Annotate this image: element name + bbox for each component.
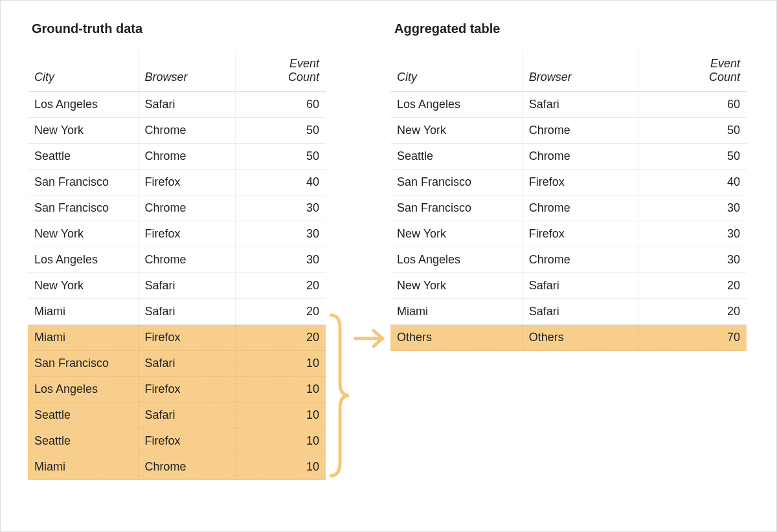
cell-city: San Francisco [28, 195, 138, 221]
table-row: SeattleChrome50 [390, 144, 747, 170]
cell-browser: Safari [522, 92, 638, 118]
cell-city: Los Angeles [28, 92, 138, 118]
cell-count: 60 [638, 92, 747, 118]
cell-count: 30 [235, 247, 326, 273]
cell-city: New York [28, 118, 138, 144]
cell-count: 30 [638, 247, 747, 273]
cell-browser: Firefox [138, 170, 235, 195]
table-row: SeattleFirefox10 [28, 428, 326, 454]
cell-city: Seattle [28, 428, 138, 454]
aggregated-panel: Aggregated table City Browser EventCount… [390, 21, 747, 351]
cell-city: New York [28, 221, 138, 247]
table-row: MiamiSafari20 [28, 299, 326, 325]
cell-city: Los Angeles [390, 92, 522, 118]
cell-count: 30 [235, 221, 326, 247]
cell-city: Los Angeles [28, 247, 138, 273]
table-row: Los AngelesFirefox10 [28, 377, 326, 403]
table-row: New YorkFirefox30 [28, 221, 326, 247]
table-row: San FranciscoChrome30 [28, 195, 326, 221]
diagram-frame: Ground-truth data City Browser EventCoun… [0, 0, 777, 532]
cell-city: Los Angeles [28, 377, 138, 403]
cell-browser: Safari [138, 403, 235, 428]
table-row: SeattleSafari10 [28, 403, 326, 428]
cell-city: San Francisco [28, 170, 138, 195]
cell-city: Miami [390, 299, 522, 325]
cell-count: 30 [638, 221, 747, 247]
cell-city: San Francisco [390, 170, 522, 195]
cell-count: 70 [638, 325, 747, 351]
cell-count: 10 [235, 403, 326, 428]
col-header-count: EventCount [235, 50, 326, 92]
cell-city: New York [390, 118, 522, 144]
cell-count: 40 [638, 170, 747, 195]
table-row: Los AngelesChrome30 [390, 247, 747, 273]
cell-city: New York [390, 221, 522, 247]
cell-count: 20 [235, 325, 326, 351]
cell-count: 50 [638, 118, 747, 144]
cell-count: 10 [235, 377, 326, 403]
table-row: New YorkFirefox30 [390, 221, 747, 247]
cell-count: 30 [235, 195, 326, 221]
table-row: San FranciscoChrome30 [390, 195, 747, 221]
cell-city: Los Angeles [390, 247, 522, 273]
cell-count: 50 [638, 144, 747, 170]
cell-browser: Chrome [138, 144, 235, 170]
cell-browser: Others [522, 325, 638, 351]
col-header-city: City [390, 50, 522, 92]
cell-browser: Firefox [138, 428, 235, 454]
cell-browser: Chrome [522, 195, 638, 221]
table-row: OthersOthers70 [390, 325, 747, 351]
col-header-count: EventCount [638, 50, 747, 92]
cell-browser: Chrome [138, 454, 235, 480]
table-row: New YorkSafari20 [390, 273, 747, 299]
ground-truth-table: City Browser EventCount Los AngelesSafar… [28, 50, 326, 480]
table-row: MiamiSafari20 [390, 299, 747, 325]
cell-browser: Chrome [138, 247, 235, 273]
cell-browser: Safari [138, 299, 235, 325]
cell-browser: Safari [138, 273, 235, 299]
cell-count: 20 [235, 273, 326, 299]
table-row: New YorkSafari20 [28, 273, 326, 299]
table-row: SeattleChrome50 [28, 144, 326, 170]
cell-city: Miami [28, 325, 138, 351]
cell-count: 50 [235, 144, 326, 170]
cell-count: 10 [235, 454, 326, 480]
col-header-browser: Browser [138, 50, 235, 92]
cell-count: 50 [235, 118, 326, 144]
cell-browser: Firefox [522, 221, 638, 247]
cell-city: Miami [28, 299, 138, 325]
table-row: MiamiChrome10 [28, 454, 326, 480]
aggregation-connector [326, 21, 390, 513]
cell-city: Miami [28, 454, 138, 480]
arrow-right-icon [355, 331, 383, 346]
col-header-browser: Browser [522, 50, 638, 92]
cell-city: New York [390, 273, 522, 299]
cell-browser: Firefox [138, 221, 235, 247]
cell-city: Seattle [28, 144, 138, 170]
table-row: Los AngelesChrome30 [28, 247, 326, 273]
cell-browser: Chrome [522, 118, 638, 144]
cell-count: 20 [638, 273, 747, 299]
table-row: San FranciscoFirefox40 [28, 170, 326, 195]
cell-city: New York [28, 273, 138, 299]
cell-count: 30 [638, 195, 747, 221]
cell-browser: Chrome [522, 247, 638, 273]
aggregated-title: Aggregated table [394, 21, 747, 36]
cell-city: Seattle [390, 144, 522, 170]
col-header-city: City [28, 50, 138, 92]
cell-count: 10 [235, 351, 326, 377]
cell-city: Others [390, 325, 522, 351]
cell-city: San Francisco [390, 195, 522, 221]
cell-count: 10 [235, 428, 326, 454]
table-row: New YorkChrome50 [28, 118, 326, 144]
cell-count: 60 [235, 92, 326, 118]
cell-browser: Chrome [138, 118, 235, 144]
cell-browser: Safari [522, 273, 638, 299]
cell-browser: Safari [522, 299, 638, 325]
cell-count: 20 [235, 299, 326, 325]
cell-count: 20 [638, 299, 747, 325]
cell-browser: Safari [138, 351, 235, 377]
cell-browser: Chrome [138, 195, 235, 221]
brace-icon [331, 315, 349, 476]
cell-count: 40 [235, 170, 326, 195]
